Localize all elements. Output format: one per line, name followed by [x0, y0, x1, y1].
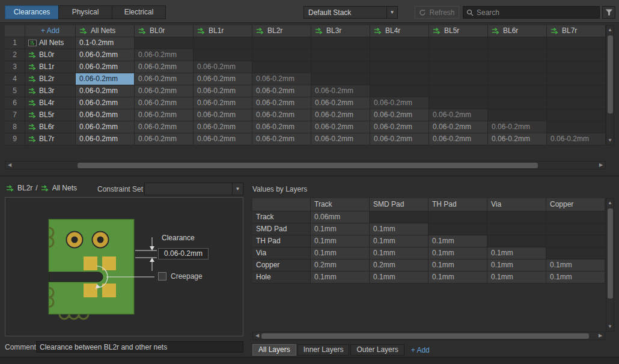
- matrix-cell[interactable]: 0.06-0.2mm: [252, 97, 311, 109]
- matrix-cell[interactable]: [370, 37, 429, 49]
- matrix-vscroll-thumb[interactable]: [608, 35, 613, 114]
- matrix-cell[interactable]: [429, 73, 488, 85]
- col-header-via[interactable]: Via: [487, 198, 546, 211]
- stack-select[interactable]: Default Stack ▼: [303, 6, 398, 19]
- refresh-button[interactable]: Refresh: [415, 6, 459, 19]
- matrix-cell[interactable]: 0.06-0.2mm: [311, 109, 370, 121]
- matrix-cell[interactable]: 0.06-0.2mm: [135, 121, 194, 133]
- layers-cell[interactable]: 0.1mm: [311, 223, 370, 235]
- scroll-down-icon[interactable]: ▼: [606, 323, 614, 330]
- layers-cell[interactable]: [487, 223, 546, 235]
- matrix-cell[interactable]: [488, 97, 547, 109]
- layers-cell[interactable]: [370, 211, 428, 223]
- col-header-allnets[interactable]: All Nets: [76, 25, 135, 37]
- matrix-cell[interactable]: 0.06-0.2mm: [252, 73, 311, 85]
- layers-cell[interactable]: 0.1mm: [428, 259, 487, 271]
- matrix-cell[interactable]: [488, 61, 547, 73]
- net-row-label[interactable]: BL5r: [25, 109, 76, 121]
- layers-cell[interactable]: 0.1mm: [428, 247, 487, 259]
- matrix-hscrollbar[interactable]: ◀ ▶: [5, 161, 606, 169]
- tab-inner-layers[interactable]: Inner Layers: [297, 344, 350, 356]
- add-layer-tab-button[interactable]: + Add: [411, 346, 430, 354]
- matrix-cell[interactable]: [488, 73, 547, 85]
- layers-cell[interactable]: 0.1mm: [311, 235, 370, 247]
- layers-cell[interactable]: [546, 223, 605, 235]
- matrix-cell[interactable]: 0.06-0.2mm: [76, 133, 135, 145]
- matrix-cell[interactable]: 0.06-0.2mm: [135, 97, 194, 109]
- matrix-cell[interactable]: 0.06-0.2mm: [488, 133, 547, 145]
- layers-cell[interactable]: 0.1mm: [546, 271, 605, 284]
- layers-hscrollbar[interactable]: ◀ ▶: [252, 332, 605, 340]
- scroll-left-icon[interactable]: ◀: [254, 332, 261, 339]
- col-header-bl3r[interactable]: BL3r: [311, 25, 370, 37]
- matrix-cell[interactable]: 0.06-0.2mm: [252, 85, 311, 97]
- layers-cell[interactable]: 0.2mm: [370, 259, 428, 271]
- col-header-bl0r[interactable]: BL0r: [135, 25, 194, 37]
- matrix-cell[interactable]: 0.06-0.2mm: [135, 49, 194, 61]
- matrix-cell[interactable]: 0.06-0.2mm: [194, 121, 252, 133]
- search-input[interactable]: [477, 8, 596, 17]
- tab-electrical[interactable]: Electrical: [112, 5, 166, 19]
- matrix-cell[interactable]: [311, 73, 370, 85]
- matrix-cell[interactable]: [194, 49, 252, 61]
- matrix-cell[interactable]: [429, 97, 488, 109]
- matrix-cell[interactable]: [547, 121, 606, 133]
- matrix-cell[interactable]: 0.06-0.2mm: [194, 97, 252, 109]
- matrix-cell[interactable]: [429, 49, 488, 61]
- net-row-label[interactable]: BL7r: [25, 133, 76, 145]
- matrix-cell[interactable]: 0.06-0.2mm: [76, 85, 135, 97]
- matrix-cell[interactable]: 0.06-0.2mm: [429, 121, 488, 133]
- matrix-cell[interactable]: [547, 49, 606, 61]
- col-header-bl5r[interactable]: BL5r: [429, 25, 488, 37]
- net-row-label[interactable]: BL4r: [25, 97, 76, 109]
- matrix-cell[interactable]: 0.06-0.2mm: [252, 109, 311, 121]
- filter-button[interactable]: [602, 6, 615, 19]
- matrix-cell[interactable]: [370, 73, 429, 85]
- matrix-cell[interactable]: [429, 37, 488, 49]
- net-row-label[interactable]: BL6r: [25, 121, 76, 133]
- matrix-cell[interactable]: 0.06-0.2mm: [370, 97, 429, 109]
- layers-cell[interactable]: 0.1mm: [487, 247, 546, 259]
- matrix-cell[interactable]: 0.1-0.2mm: [76, 37, 135, 49]
- matrix-cell[interactable]: [252, 49, 311, 61]
- matrix-cell[interactable]: [547, 61, 606, 73]
- matrix-cell[interactable]: [311, 37, 370, 49]
- layers-cell[interactable]: 0.1mm: [370, 235, 428, 247]
- layers-cell[interactable]: 0.1mm: [311, 271, 370, 284]
- matrix-cell[interactable]: 0.06-0.2mm: [370, 121, 429, 133]
- matrix-cell[interactable]: 0.06-0.2mm: [135, 109, 194, 121]
- layers-cell[interactable]: [546, 247, 605, 259]
- matrix-cell[interactable]: 0.06-0.2mm: [547, 133, 606, 145]
- matrix-cell[interactable]: [311, 49, 370, 61]
- scroll-down-icon[interactable]: ▼: [606, 137, 614, 144]
- matrix-cell[interactable]: 0.06-0.2mm: [252, 133, 311, 145]
- matrix-cell[interactable]: [547, 85, 606, 97]
- layers-hscroll-thumb[interactable]: [261, 333, 589, 339]
- col-header-bl2r[interactable]: BL2r: [252, 25, 311, 37]
- layers-cell[interactable]: 0.1mm: [546, 259, 605, 271]
- col-header-bl6r[interactable]: BL6r: [488, 25, 547, 37]
- matrix-cell[interactable]: 0.06-0.2mm: [252, 121, 311, 133]
- matrix-cell[interactable]: 0.06-0.2mm: [76, 61, 135, 73]
- matrix-cell[interactable]: 0.06-0.2mm: [135, 85, 194, 97]
- matrix-cell[interactable]: 0.06-0.2mm: [135, 73, 194, 85]
- col-header-bl4r[interactable]: BL4r: [370, 25, 429, 37]
- scroll-right-icon[interactable]: ▶: [597, 162, 605, 169]
- matrix-cell[interactable]: [135, 37, 194, 49]
- matrix-cell[interactable]: [547, 97, 606, 109]
- matrix-cell[interactable]: [488, 109, 547, 121]
- matrix-cell[interactable]: [547, 109, 606, 121]
- section-splitter[interactable]: [0, 175, 619, 177]
- tab-physical[interactable]: Physical: [58, 5, 112, 19]
- layers-cell[interactable]: 0.1mm: [487, 271, 546, 284]
- matrix-cell[interactable]: [370, 61, 429, 73]
- matrix-hscroll-thumb[interactable]: [78, 163, 538, 168]
- matrix-cell[interactable]: [429, 61, 488, 73]
- scroll-up-icon[interactable]: ▲: [606, 199, 614, 207]
- matrix-cell[interactable]: [488, 37, 547, 49]
- col-header-track[interactable]: Track: [311, 198, 370, 211]
- layers-vscrollbar[interactable]: ▲ ▼: [606, 198, 614, 332]
- matrix-cell[interactable]: [194, 37, 252, 49]
- scroll-left-icon[interactable]: ◀: [6, 162, 13, 169]
- tab-outer-layers[interactable]: Outer Layers: [350, 344, 404, 356]
